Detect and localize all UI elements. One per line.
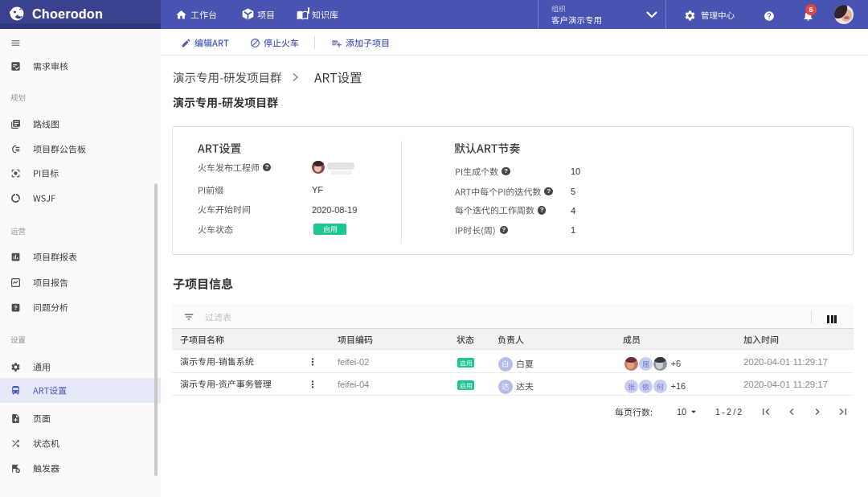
svg-text:?: ? <box>14 305 17 310</box>
